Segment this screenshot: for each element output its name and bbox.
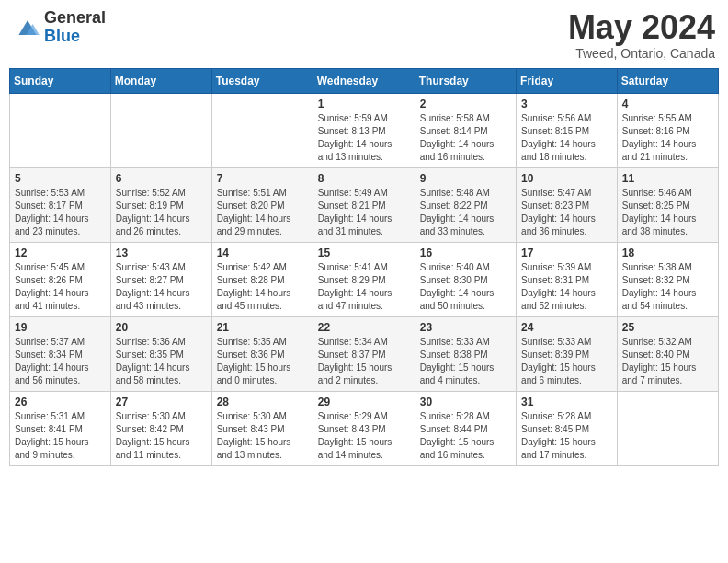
calendar-cell: 29Sunrise: 5:29 AM Sunset: 8:43 PM Dayli… — [313, 391, 415, 465]
day-number: 31 — [521, 396, 612, 408]
calendar-cell: 30Sunrise: 5:28 AM Sunset: 8:44 PM Dayli… — [415, 391, 516, 465]
day-info: Sunrise: 5:37 AM Sunset: 8:34 PM Dayligh… — [15, 336, 106, 387]
day-info: Sunrise: 5:59 AM Sunset: 8:13 PM Dayligh… — [318, 112, 410, 164]
day-info: Sunrise: 5:46 AM Sunset: 8:25 PM Dayligh… — [622, 187, 713, 238]
day-info: Sunrise: 5:56 AM Sunset: 8:15 PM Dayligh… — [521, 112, 612, 164]
calendar-cell: 26Sunrise: 5:31 AM Sunset: 8:41 PM Dayli… — [10, 391, 111, 465]
day-number: 25 — [622, 321, 713, 334]
day-number: 2 — [420, 98, 511, 110]
day-info: Sunrise: 5:38 AM Sunset: 8:32 PM Dayligh… — [622, 261, 713, 313]
calendar-cell: 21Sunrise: 5:35 AM Sunset: 8:36 PM Dayli… — [211, 316, 313, 391]
day-info: Sunrise: 5:30 AM Sunset: 8:42 PM Dayligh… — [116, 410, 207, 462]
calendar-cell: 25Sunrise: 5:32 AM Sunset: 8:40 PM Dayli… — [617, 316, 718, 391]
weekday-header-wednesday: Wednesday — [313, 68, 415, 93]
day-number: 4 — [622, 98, 713, 110]
day-info: Sunrise: 5:31 AM Sunset: 8:41 PM Dayligh… — [15, 410, 106, 462]
calendar-cell: 5Sunrise: 5:53 AM Sunset: 8:17 PM Daylig… — [10, 167, 111, 242]
calendar-cell: 28Sunrise: 5:30 AM Sunset: 8:43 PM Dayli… — [211, 391, 313, 465]
calendar-cell: 3Sunrise: 5:56 AM Sunset: 8:15 PM Daylig… — [517, 93, 618, 167]
calendar-cell — [10, 93, 111, 167]
day-info: Sunrise: 5:51 AM Sunset: 8:20 PM Dayligh… — [217, 187, 308, 238]
weekday-header-monday: Monday — [110, 68, 211, 93]
calendar-cell: 31Sunrise: 5:28 AM Sunset: 8:45 PM Dayli… — [517, 391, 618, 465]
day-number: 12 — [15, 247, 106, 259]
day-info: Sunrise: 5:28 AM Sunset: 8:45 PM Dayligh… — [521, 410, 612, 462]
location: Tweed, Ontario, Canada — [568, 46, 715, 61]
weekday-header-saturday: Saturday — [617, 68, 718, 93]
week-row-1: 1Sunrise: 5:59 AM Sunset: 8:13 PM Daylig… — [10, 93, 719, 167]
calendar-cell: 19Sunrise: 5:37 AM Sunset: 8:34 PM Dayli… — [10, 316, 111, 391]
week-row-5: 26Sunrise: 5:31 AM Sunset: 8:41 PM Dayli… — [10, 391, 719, 465]
calendar-table: SundayMondayTuesdayWednesdayThursdayFrid… — [9, 68, 719, 466]
day-info: Sunrise: 5:30 AM Sunset: 8:43 PM Dayligh… — [217, 410, 308, 462]
day-number: 22 — [318, 321, 410, 334]
day-info: Sunrise: 5:39 AM Sunset: 8:31 PM Dayligh… — [521, 261, 612, 313]
calendar-cell: 14Sunrise: 5:42 AM Sunset: 8:28 PM Dayli… — [211, 242, 313, 316]
calendar-body: 1Sunrise: 5:59 AM Sunset: 8:13 PM Daylig… — [10, 93, 719, 465]
day-number: 21 — [217, 321, 308, 334]
day-info: Sunrise: 5:41 AM Sunset: 8:29 PM Dayligh… — [318, 261, 410, 313]
day-info: Sunrise: 5:58 AM Sunset: 8:14 PM Dayligh… — [420, 112, 511, 164]
calendar-cell: 23Sunrise: 5:33 AM Sunset: 8:38 PM Dayli… — [415, 316, 516, 391]
day-number: 26 — [15, 396, 106, 408]
day-number: 20 — [116, 321, 207, 334]
day-number: 3 — [521, 98, 612, 110]
day-info: Sunrise: 5:53 AM Sunset: 8:17 PM Dayligh… — [15, 187, 106, 238]
day-info: Sunrise: 5:36 AM Sunset: 8:35 PM Dayligh… — [116, 336, 207, 387]
logo-text: General Blue — [44, 9, 106, 46]
calendar-cell — [617, 391, 718, 465]
day-info: Sunrise: 5:29 AM Sunset: 8:43 PM Dayligh… — [318, 410, 410, 462]
page-header: General Blue May 2024 Tweed, Ontario, Ca… — [9, 9, 719, 61]
week-row-3: 12Sunrise: 5:45 AM Sunset: 8:26 PM Dayli… — [10, 242, 719, 316]
day-number: 7 — [217, 172, 308, 185]
calendar-cell: 10Sunrise: 5:47 AM Sunset: 8:23 PM Dayli… — [517, 167, 618, 242]
day-info: Sunrise: 5:34 AM Sunset: 8:37 PM Dayligh… — [318, 336, 410, 387]
day-info: Sunrise: 5:55 AM Sunset: 8:16 PM Dayligh… — [622, 112, 713, 164]
day-number: 17 — [521, 247, 612, 259]
calendar-cell: 6Sunrise: 5:52 AM Sunset: 8:19 PM Daylig… — [110, 167, 211, 242]
day-number: 8 — [318, 172, 410, 185]
calendar-cell: 24Sunrise: 5:33 AM Sunset: 8:39 PM Dayli… — [517, 316, 618, 391]
calendar-cell — [110, 93, 211, 167]
calendar-cell: 27Sunrise: 5:30 AM Sunset: 8:42 PM Dayli… — [110, 391, 211, 465]
day-info: Sunrise: 5:43 AM Sunset: 8:27 PM Dayligh… — [116, 261, 207, 313]
month-title: May 2024 — [568, 9, 715, 46]
calendar-cell: 4Sunrise: 5:55 AM Sunset: 8:16 PM Daylig… — [617, 93, 718, 167]
day-info: Sunrise: 5:48 AM Sunset: 8:22 PM Dayligh… — [420, 187, 511, 238]
day-info: Sunrise: 5:33 AM Sunset: 8:39 PM Dayligh… — [521, 336, 612, 387]
calendar-cell: 17Sunrise: 5:39 AM Sunset: 8:31 PM Dayli… — [517, 242, 618, 316]
calendar-header: SundayMondayTuesdayWednesdayThursdayFrid… — [10, 68, 719, 93]
calendar-cell: 18Sunrise: 5:38 AM Sunset: 8:32 PM Dayli… — [617, 242, 718, 316]
calendar-cell: 13Sunrise: 5:43 AM Sunset: 8:27 PM Dayli… — [110, 242, 211, 316]
day-number: 24 — [521, 321, 612, 334]
day-number: 16 — [420, 247, 511, 259]
logo-icon — [13, 13, 42, 42]
day-number: 6 — [116, 172, 207, 185]
day-info: Sunrise: 5:32 AM Sunset: 8:40 PM Dayligh… — [622, 336, 713, 387]
day-info: Sunrise: 5:35 AM Sunset: 8:36 PM Dayligh… — [217, 336, 308, 387]
calendar-cell: 16Sunrise: 5:40 AM Sunset: 8:30 PM Dayli… — [415, 242, 516, 316]
day-number: 30 — [420, 396, 511, 408]
calendar-cell: 15Sunrise: 5:41 AM Sunset: 8:29 PM Dayli… — [313, 242, 415, 316]
calendar-cell: 8Sunrise: 5:49 AM Sunset: 8:21 PM Daylig… — [313, 167, 415, 242]
day-number: 5 — [15, 172, 106, 185]
day-info: Sunrise: 5:49 AM Sunset: 8:21 PM Dayligh… — [318, 187, 410, 238]
logo-general: General — [44, 9, 106, 28]
calendar-cell: 20Sunrise: 5:36 AM Sunset: 8:35 PM Dayli… — [110, 316, 211, 391]
calendar-cell: 22Sunrise: 5:34 AM Sunset: 8:37 PM Dayli… — [313, 316, 415, 391]
weekday-row: SundayMondayTuesdayWednesdayThursdayFrid… — [10, 68, 719, 93]
day-number: 15 — [318, 247, 410, 259]
calendar-cell: 1Sunrise: 5:59 AM Sunset: 8:13 PM Daylig… — [313, 93, 415, 167]
day-number: 1 — [318, 98, 410, 110]
day-number: 11 — [622, 172, 713, 185]
day-number: 10 — [521, 172, 612, 185]
day-number: 13 — [116, 247, 207, 259]
day-number: 9 — [420, 172, 511, 185]
week-row-2: 5Sunrise: 5:53 AM Sunset: 8:17 PM Daylig… — [10, 167, 719, 242]
calendar-cell: 9Sunrise: 5:48 AM Sunset: 8:22 PM Daylig… — [415, 167, 516, 242]
day-info: Sunrise: 5:28 AM Sunset: 8:44 PM Dayligh… — [420, 410, 511, 462]
title-block: May 2024 Tweed, Ontario, Canada — [568, 9, 715, 61]
day-number: 28 — [217, 396, 308, 408]
logo: General Blue — [13, 9, 106, 46]
calendar-cell: 7Sunrise: 5:51 AM Sunset: 8:20 PM Daylig… — [211, 167, 313, 242]
